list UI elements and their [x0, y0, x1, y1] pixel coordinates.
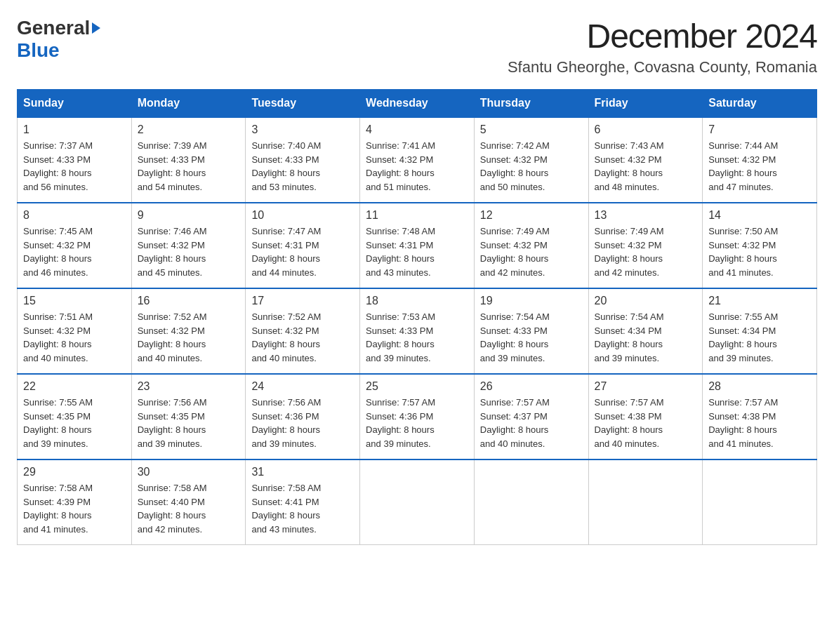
day-number: 27: [595, 380, 697, 393]
day-info: Sunrise: 7:46 AM Sunset: 4:32 PM Dayligh…: [138, 224, 240, 279]
calendar-day-cell: [703, 459, 817, 545]
calendar-day-cell: 3 Sunrise: 7:40 AM Sunset: 4:33 PM Dayli…: [246, 117, 360, 203]
day-number: 5: [480, 123, 583, 136]
day-number: 22: [23, 380, 126, 393]
day-info: Sunrise: 7:37 AM Sunset: 4:33 PM Dayligh…: [23, 139, 126, 194]
day-info: Sunrise: 7:52 AM Sunset: 4:32 PM Dayligh…: [251, 310, 354, 365]
calendar-day-cell: 26 Sunrise: 7:57 AM Sunset: 4:37 PM Dayl…: [474, 374, 588, 459]
title-area: December 2024 Sfantu Gheorghe, Covasna C…: [508, 17, 817, 76]
day-info: Sunrise: 7:58 AM Sunset: 4:40 PM Dayligh…: [138, 481, 240, 536]
calendar-week-row: 22 Sunrise: 7:55 AM Sunset: 4:35 PM Dayl…: [18, 374, 817, 459]
header-tuesday: Tuesday: [246, 90, 360, 118]
day-info: Sunrise: 7:57 AM Sunset: 4:38 PM Dayligh…: [708, 396, 811, 450]
calendar-day-cell: 4 Sunrise: 7:41 AM Sunset: 4:32 PM Dayli…: [360, 117, 475, 203]
calendar-day-cell: 30 Sunrise: 7:58 AM Sunset: 4:40 PM Dayl…: [131, 459, 246, 545]
calendar-day-cell: 24 Sunrise: 7:56 AM Sunset: 4:36 PM Dayl…: [246, 374, 360, 459]
day-number: 7: [708, 123, 811, 136]
day-number: 3: [251, 123, 354, 136]
day-info: Sunrise: 7:39 AM Sunset: 4:33 PM Dayligh…: [138, 139, 240, 194]
day-number: 16: [138, 295, 240, 307]
day-number: 10: [251, 209, 354, 222]
day-info: Sunrise: 7:48 AM Sunset: 4:31 PM Dayligh…: [366, 224, 468, 279]
calendar-day-cell: 31 Sunrise: 7:58 AM Sunset: 4:41 PM Dayl…: [246, 459, 360, 545]
day-number: 24: [251, 380, 354, 393]
day-info: Sunrise: 7:49 AM Sunset: 4:32 PM Dayligh…: [480, 224, 583, 279]
day-number: 1: [23, 123, 126, 136]
calendar-day-cell: 9 Sunrise: 7:46 AM Sunset: 4:32 PM Dayli…: [131, 203, 246, 288]
day-info: Sunrise: 7:56 AM Sunset: 4:36 PM Dayligh…: [251, 396, 354, 450]
day-info: Sunrise: 7:57 AM Sunset: 4:38 PM Dayligh…: [595, 396, 697, 450]
day-info: Sunrise: 7:54 AM Sunset: 4:33 PM Dayligh…: [480, 310, 583, 365]
calendar-day-cell: 13 Sunrise: 7:49 AM Sunset: 4:32 PM Dayl…: [588, 203, 703, 288]
header-saturday: Saturday: [703, 90, 817, 118]
calendar-day-cell: 21 Sunrise: 7:55 AM Sunset: 4:34 PM Dayl…: [703, 288, 817, 374]
day-number: 29: [23, 466, 126, 478]
calendar-day-cell: 11 Sunrise: 7:48 AM Sunset: 4:31 PM Dayl…: [360, 203, 475, 288]
header-thursday: Thursday: [474, 90, 588, 118]
day-number: 8: [23, 209, 126, 222]
day-info: Sunrise: 7:55 AM Sunset: 4:35 PM Dayligh…: [23, 396, 126, 450]
header-friday: Friday: [588, 90, 703, 118]
calendar-day-cell: [360, 459, 475, 545]
day-info: Sunrise: 7:55 AM Sunset: 4:34 PM Dayligh…: [708, 310, 811, 365]
logo: General Blue: [17, 17, 100, 62]
calendar-day-cell: 20 Sunrise: 7:54 AM Sunset: 4:34 PM Dayl…: [588, 288, 703, 374]
day-number: 17: [251, 295, 354, 307]
calendar-day-cell: 18 Sunrise: 7:53 AM Sunset: 4:33 PM Dayl…: [360, 288, 475, 374]
calendar-body: 1 Sunrise: 7:37 AM Sunset: 4:33 PM Dayli…: [18, 117, 817, 545]
day-info: Sunrise: 7:50 AM Sunset: 4:32 PM Dayligh…: [708, 224, 811, 279]
calendar-title: December 2024: [508, 17, 817, 55]
day-info: Sunrise: 7:43 AM Sunset: 4:32 PM Dayligh…: [595, 139, 697, 194]
day-info: Sunrise: 7:56 AM Sunset: 4:35 PM Dayligh…: [138, 396, 240, 450]
day-number: 26: [480, 380, 583, 393]
day-info: Sunrise: 7:58 AM Sunset: 4:41 PM Dayligh…: [251, 481, 354, 536]
day-number: 15: [23, 295, 126, 307]
calendar-day-cell: 16 Sunrise: 7:52 AM Sunset: 4:32 PM Dayl…: [131, 288, 246, 374]
day-number: 18: [366, 295, 468, 307]
day-number: 12: [480, 209, 583, 222]
day-info: Sunrise: 7:45 AM Sunset: 4:32 PM Dayligh…: [23, 224, 126, 279]
day-info: Sunrise: 7:47 AM Sunset: 4:31 PM Dayligh…: [251, 224, 354, 279]
calendar-day-cell: [588, 459, 703, 545]
calendar-table: Sunday Monday Tuesday Wednesday Thursday…: [17, 89, 817, 545]
calendar-day-cell: [474, 459, 588, 545]
day-number: 11: [366, 209, 468, 222]
calendar-day-cell: 10 Sunrise: 7:47 AM Sunset: 4:31 PM Dayl…: [246, 203, 360, 288]
day-number: 23: [138, 380, 240, 393]
day-number: 19: [480, 295, 583, 307]
day-info: Sunrise: 7:44 AM Sunset: 4:32 PM Dayligh…: [708, 139, 811, 194]
calendar-day-cell: 27 Sunrise: 7:57 AM Sunset: 4:38 PM Dayl…: [588, 374, 703, 459]
day-info: Sunrise: 7:53 AM Sunset: 4:33 PM Dayligh…: [366, 310, 468, 365]
logo-blue-text: Blue: [17, 39, 60, 61]
day-info: Sunrise: 7:58 AM Sunset: 4:39 PM Dayligh…: [23, 481, 126, 536]
day-number: 31: [251, 466, 354, 478]
calendar-day-cell: 28 Sunrise: 7:57 AM Sunset: 4:38 PM Dayl…: [703, 374, 817, 459]
calendar-day-cell: 5 Sunrise: 7:42 AM Sunset: 4:32 PM Dayli…: [474, 117, 588, 203]
header-wednesday: Wednesday: [360, 90, 475, 118]
day-info: Sunrise: 7:42 AM Sunset: 4:32 PM Dayligh…: [480, 139, 583, 194]
day-number: 2: [138, 123, 240, 136]
header-monday: Monday: [131, 90, 246, 118]
calendar-day-cell: 25 Sunrise: 7:57 AM Sunset: 4:36 PM Dayl…: [360, 374, 475, 459]
page-header: General Blue December 2024 Sfantu Gheorg…: [17, 17, 817, 76]
day-number: 28: [708, 380, 811, 393]
calendar-header: Sunday Monday Tuesday Wednesday Thursday…: [18, 90, 817, 118]
calendar-day-cell: 17 Sunrise: 7:52 AM Sunset: 4:32 PM Dayl…: [246, 288, 360, 374]
calendar-day-cell: 12 Sunrise: 7:49 AM Sunset: 4:32 PM Dayl…: [474, 203, 588, 288]
day-number: 30: [138, 466, 240, 478]
logo-general-text: General: [17, 17, 90, 39]
calendar-subtitle: Sfantu Gheorghe, Covasna County, Romania: [508, 58, 817, 76]
calendar-day-cell: 2 Sunrise: 7:39 AM Sunset: 4:33 PM Dayli…: [131, 117, 246, 203]
day-number: 25: [366, 380, 468, 393]
calendar-day-cell: 22 Sunrise: 7:55 AM Sunset: 4:35 PM Dayl…: [18, 374, 132, 459]
calendar-week-row: 29 Sunrise: 7:58 AM Sunset: 4:39 PM Dayl…: [18, 459, 817, 545]
header-row: Sunday Monday Tuesday Wednesday Thursday…: [18, 90, 817, 118]
day-info: Sunrise: 7:57 AM Sunset: 4:36 PM Dayligh…: [366, 396, 468, 450]
calendar-week-row: 1 Sunrise: 7:37 AM Sunset: 4:33 PM Dayli…: [18, 117, 817, 203]
day-number: 14: [708, 209, 811, 222]
calendar-day-cell: 23 Sunrise: 7:56 AM Sunset: 4:35 PM Dayl…: [131, 374, 246, 459]
day-info: Sunrise: 7:41 AM Sunset: 4:32 PM Dayligh…: [366, 139, 468, 194]
day-info: Sunrise: 7:51 AM Sunset: 4:32 PM Dayligh…: [23, 310, 126, 365]
calendar-day-cell: 1 Sunrise: 7:37 AM Sunset: 4:33 PM Dayli…: [18, 117, 132, 203]
calendar-day-cell: 29 Sunrise: 7:58 AM Sunset: 4:39 PM Dayl…: [18, 459, 132, 545]
